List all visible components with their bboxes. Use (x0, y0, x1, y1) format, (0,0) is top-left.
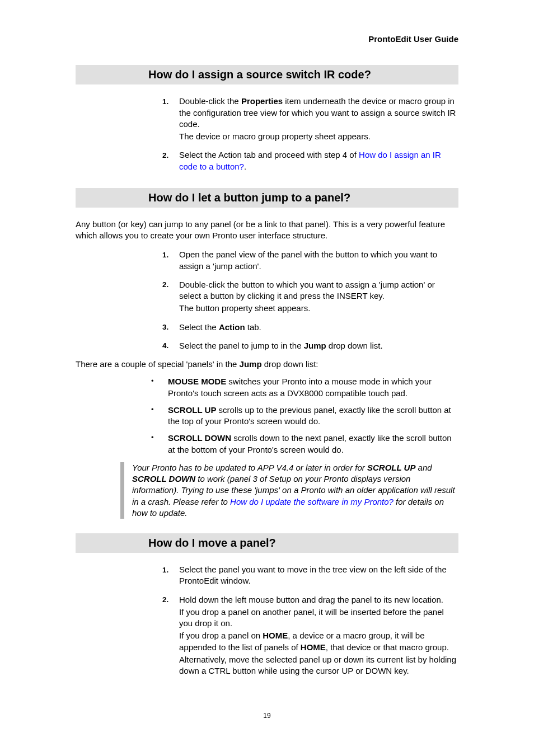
bold-text: SCROLL UP (168, 405, 216, 415)
section-heading-jump-panel: How do I let a button jump to a panel? (76, 188, 458, 208)
step-body: Double-click the button to which you wan… (179, 279, 458, 316)
list-item: 3.Select the Action tab. (162, 322, 458, 334)
list-item: 2.Double-click the button to which you w… (162, 279, 458, 316)
bold-text: Jump (240, 359, 262, 369)
step-body: Select the panel you want to move in the… (179, 564, 458, 588)
text-span: Double-click the (179, 96, 241, 106)
section-assign-ir: 1.Double-click the Properties item under… (76, 96, 458, 173)
bold-text: MOUSE MODE (168, 377, 226, 386)
step-number: 3. (162, 322, 179, 334)
header-title: ProntoEdit User Guide (368, 34, 458, 44)
step-number: 1. (162, 249, 179, 273)
step-line: If you drop a panel on another panel, it… (179, 607, 458, 630)
text-span: . (244, 162, 246, 171)
assign-ir-steps: 1.Double-click the Properties item under… (162, 96, 458, 173)
bullet-item: •SCROLL UP scrolls up to the previous pa… (148, 405, 458, 428)
jump-panel-steps: 1.Open the panel view of the panel with … (162, 249, 458, 353)
section-heading-assign-ir: How do I assign a source switch IR code? (76, 65, 458, 84)
list-item: 1.Double-click the Properties item under… (162, 96, 458, 143)
step-line: Select the Action tab. (179, 322, 458, 333)
jump-panel-mid-para: There are a couple of special 'panels' i… (76, 359, 458, 370)
move-panel-steps: 1.Select the panel you want to move in t… (162, 564, 458, 678)
step-line: Select the panel you want to move in the… (179, 564, 458, 587)
text-span: Select the Action tab and proceed with s… (179, 150, 359, 159)
bold-text: Action (219, 322, 245, 332)
text-span: and (415, 463, 432, 472)
note-text: Your Pronto has to be updated to APP V4.… (132, 462, 458, 519)
list-item: 2.Select the Action tab and proceed with… (162, 149, 458, 173)
bullet-body: SCROLL DOWN scrolls down to the next pan… (168, 433, 458, 456)
bullet-icon: • (148, 405, 168, 428)
section-move-panel: 1.Select the panel you want to move in t… (76, 564, 458, 678)
step-line: Double-click the Properties item underne… (179, 96, 458, 130)
step-number: 4. (162, 340, 179, 353)
bold-text: SCROLL DOWN (168, 433, 231, 443)
step-number: 1. (162, 564, 179, 588)
step-body: Double-click the Properties item underne… (179, 96, 458, 143)
step-line: Hold down the left mouse button and drag… (179, 594, 458, 605)
note-bar (120, 462, 124, 519)
step-number: 2. (162, 594, 179, 678)
bold-text: SCROLL DOWN (132, 474, 195, 483)
text-span: Select the panel to jump to in the (179, 341, 304, 350)
step-body: Select the Action tab and proceed with s… (179, 149, 458, 173)
step-line: Alternatively, move the selected panel u… (179, 654, 458, 677)
text-span: There are a couple of special 'panels' i… (76, 359, 240, 369)
step-body: Hold down the left mouse button and drag… (179, 594, 458, 678)
page-number: 19 (76, 711, 458, 720)
bold-text: SCROLL UP (367, 463, 415, 472)
bold-text: Properties (241, 96, 283, 106)
section-heading-move-panel: How do I move a panel? (76, 533, 458, 553)
step-body: Open the panel view of the panel with th… (179, 249, 458, 273)
link-text[interactable]: How do I update the software in my Pront… (230, 497, 394, 506)
note-block: Your Pronto has to be updated to APP V4.… (120, 462, 458, 519)
bold-text: Jump (304, 341, 326, 350)
bullet-body: MOUSE MODE switches your Pronto into a m… (168, 376, 458, 399)
step-line: Select the Action tab and proceed with s… (179, 149, 458, 172)
step-line: The button property sheet appears. (179, 303, 458, 314)
bold-text: HOME (301, 642, 326, 652)
bullet-icon: • (148, 433, 168, 456)
step-line: Double-click the button to which you wan… (179, 279, 458, 302)
bold-text: HOME (263, 631, 288, 640)
step-number: 2. (162, 149, 179, 173)
bullet-body: SCROLL UP scrolls up to the previous pan… (168, 405, 458, 428)
bullet-item: •SCROLL DOWN scrolls down to the next pa… (148, 433, 458, 456)
text-span: tab. (245, 322, 261, 332)
text-span: If you drop a panel on (179, 631, 263, 640)
step-body: Select the panel to jump to in the Jump … (179, 340, 458, 353)
document-header: ProntoEdit User Guide (76, 34, 458, 45)
list-item: 2.Hold down the left mouse button and dr… (162, 594, 458, 678)
list-item: 1.Open the panel view of the panel with … (162, 249, 458, 273)
text-span: drop down list: (262, 359, 318, 369)
bullet-item: •MOUSE MODE switches your Pronto into a … (148, 376, 458, 399)
bullet-icon: • (148, 376, 168, 399)
step-number: 1. (162, 96, 179, 143)
step-body: Select the Action tab. (179, 322, 458, 334)
text-span: , that device or that macro group. (326, 642, 449, 652)
step-line: Open the panel view of the panel with th… (179, 249, 458, 272)
step-number: 2. (162, 279, 179, 316)
jump-panel-bullets: •MOUSE MODE switches your Pronto into a … (148, 376, 458, 456)
list-item: 1.Select the panel you want to move in t… (162, 564, 458, 588)
text-span: Select the (179, 322, 219, 332)
jump-panel-intro: Any button (or key) can jump to any pane… (76, 219, 458, 242)
step-line: Select the panel to jump to in the Jump … (179, 340, 458, 351)
step-line: The device or macro group property sheet… (179, 131, 458, 142)
list-item: 4.Select the panel to jump to in the Jum… (162, 340, 458, 353)
text-span: drop down list. (326, 341, 383, 350)
step-line: If you drop a panel on HOME, a device or… (179, 630, 458, 653)
text-span: Your Pronto has to be updated to APP V4.… (132, 463, 367, 472)
section-jump-panel: Any button (or key) can jump to any pane… (76, 219, 458, 519)
